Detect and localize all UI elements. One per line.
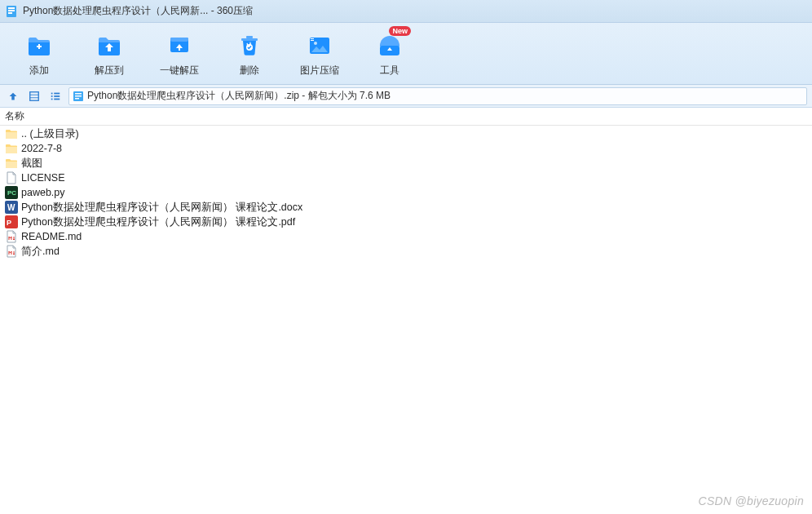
file-row[interactable]: .. (上级目录) <box>0 126 812 141</box>
archive-icon <box>73 91 84 102</box>
file-name: 截图 <box>21 156 42 171</box>
svg-rect-24 <box>54 98 60 100</box>
nav-bar: Python数据处理爬虫程序设计（人民网新闻）.zip - 解包大小为 7.6 … <box>0 85 812 108</box>
file-blank-icon <box>5 171 18 184</box>
file-name: README.md <box>21 229 82 244</box>
md-icon <box>5 245 18 258</box>
svg-rect-2 <box>8 10 15 11</box>
up-button[interactable] <box>5 88 21 104</box>
extract-to-icon <box>96 33 122 59</box>
file-row[interactable]: 2022-7-8 <box>0 141 812 156</box>
file-list: .. (上级目录)2022-7-8截图LICENSEPCpaweb.pyWPyt… <box>0 126 812 259</box>
one-click-extract-button[interactable]: 一键解压 <box>155 29 204 82</box>
svg-text:W: W <box>7 203 15 212</box>
svg-rect-27 <box>75 95 82 97</box>
file-row[interactable]: PPython数据处理爬虫程序设计（人民网新闻） 课程论文.pdf <box>0 215 812 229</box>
file-row[interactable]: 简介.md <box>0 244 812 259</box>
folder-icon <box>5 157 18 170</box>
svg-rect-7 <box>170 38 188 42</box>
svg-rect-5 <box>38 44 40 49</box>
delete-label: 删除 <box>240 64 259 78</box>
path-box[interactable]: Python数据处理爬虫程序设计（人民网新闻）.zip - 解包大小为 7.6 … <box>68 87 807 105</box>
image-compress-icon <box>307 33 333 59</box>
md-icon <box>5 230 18 243</box>
file-row[interactable]: 截图 <box>0 156 812 171</box>
svg-rect-20 <box>51 95 53 97</box>
svg-rect-16 <box>30 91 39 100</box>
one-click-label: 一键解压 <box>160 64 199 78</box>
file-name: LICENSE <box>21 171 65 185</box>
svg-rect-1 <box>8 7 15 9</box>
add-icon <box>26 33 52 59</box>
svg-rect-14 <box>311 40 314 41</box>
svg-rect-19 <box>51 92 53 94</box>
svg-rect-22 <box>54 92 60 94</box>
svg-rect-28 <box>75 98 79 100</box>
folder-up-icon <box>5 127 18 140</box>
image-compress-button[interactable]: 图片压缩 <box>295 29 344 82</box>
file-name: 简介.md <box>21 244 60 259</box>
view-detail-button[interactable] <box>26 88 42 104</box>
svg-text:P: P <box>7 219 11 227</box>
add-label: 添加 <box>29 64 49 78</box>
tools-button[interactable]: New 工具 <box>365 29 414 82</box>
app-icon <box>5 5 18 18</box>
file-name: Python数据处理爬虫程序设计（人民网新闻） 课程论文.docx <box>21 200 302 215</box>
toolbar: 添加 解压到 一键解压 删除 图片压缩 New 工具 <box>0 23 812 85</box>
folder-icon <box>5 142 18 155</box>
delete-icon <box>236 33 263 59</box>
file-row[interactable]: LICENSE <box>0 171 812 185</box>
one-click-icon <box>166 33 192 59</box>
svg-rect-13 <box>311 38 314 39</box>
file-name: .. (上级目录) <box>21 126 79 141</box>
column-name-header: 名称 <box>5 109 24 123</box>
svg-rect-23 <box>54 95 60 97</box>
extract-to-label: 解压到 <box>95 64 124 78</box>
pdf-icon: P <box>5 215 18 228</box>
image-compress-label: 图片压缩 <box>300 64 339 78</box>
word-icon: W <box>5 201 18 214</box>
svg-rect-21 <box>51 98 53 100</box>
svg-rect-8 <box>241 38 258 41</box>
svg-rect-3 <box>8 12 12 14</box>
file-row[interactable]: WPython数据处理爬虫程序设计（人民网新闻） 课程论文.docx <box>0 200 812 215</box>
file-name: Python数据处理爬虫程序设计（人民网新闻） 课程论文.pdf <box>21 215 295 229</box>
file-name: paweb.py <box>21 185 65 200</box>
file-row[interactable]: PCpaweb.py <box>0 185 812 200</box>
add-button[interactable]: 添加 <box>15 29 64 82</box>
svg-point-12 <box>314 42 317 45</box>
window-title: Python数据处理爬虫程序设计（人民网新... - 360压缩 <box>23 4 253 18</box>
pycharm-icon: PC <box>5 186 18 199</box>
path-text: Python数据处理爬虫程序设计（人民网新闻）.zip - 解包大小为 7.6 … <box>87 89 391 103</box>
file-row[interactable]: README.md <box>0 229 812 244</box>
view-list-button[interactable] <box>47 88 64 104</box>
svg-rect-26 <box>75 93 82 95</box>
file-name: 2022-7-8 <box>21 141 62 156</box>
watermark: CSDN @biyezuopin <box>698 494 804 507</box>
delete-button[interactable]: 删除 <box>225 29 274 82</box>
svg-rect-9 <box>246 36 253 38</box>
svg-text:PC: PC <box>7 189 16 197</box>
tools-label: 工具 <box>380 64 399 78</box>
title-bar: Python数据处理爬虫程序设计（人民网新... - 360压缩 <box>0 0 812 23</box>
new-badge: New <box>389 26 411 36</box>
tools-icon: New <box>377 33 403 59</box>
column-header[interactable]: 名称 <box>0 108 812 126</box>
extract-to-button[interactable]: 解压到 <box>85 29 134 82</box>
